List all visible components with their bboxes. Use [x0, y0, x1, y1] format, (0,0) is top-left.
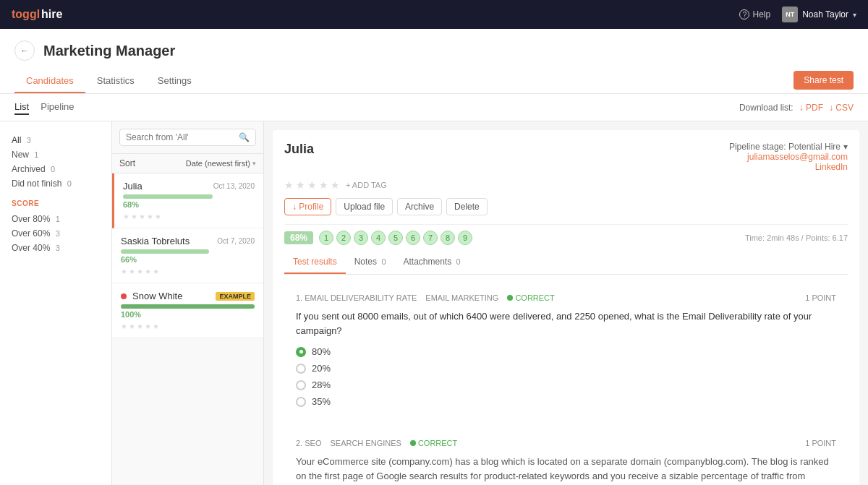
- question-num-5[interactable]: 5: [388, 231, 403, 245]
- correct-badge-2: CORRECT: [410, 439, 457, 447]
- tab-attachments[interactable]: Attachments 0: [395, 251, 469, 274]
- help-button[interactable]: ? Help: [739, 9, 770, 20]
- score-bar: [121, 304, 255, 309]
- sort-dropdown[interactable]: Date (newest first) ▾: [186, 159, 256, 168]
- result-tabs: Test results Notes 0 Attachments 0: [284, 251, 848, 275]
- main-layout: All 3 New 1 Archived 0 Did not finish 0 …: [0, 121, 868, 485]
- filter-over-60[interactable]: Over 60% 3: [12, 226, 100, 241]
- top-navigation: toggl hire ? Help NT Noah Taylor ▾: [0, 0, 868, 29]
- search-container: 🔍: [112, 121, 263, 154]
- candidate-item[interactable]: Julia Oct 13, 2020 68% ★★★★★: [112, 173, 263, 228]
- filter-archived[interactable]: Archived 0: [12, 162, 100, 176]
- download-links: Download list: ↓ PDF ↓ CSV: [739, 103, 854, 113]
- tab-statistics[interactable]: Statistics: [85, 69, 146, 93]
- filter-new[interactable]: New 1: [12, 147, 100, 162]
- hire-brand: hire: [41, 8, 62, 21]
- question-num-4[interactable]: 4: [371, 231, 386, 245]
- question-num-9[interactable]: 9: [458, 231, 472, 245]
- score-row: 68% 1 2 3 4 5 6 7 8 9 Time: 2min 48s / P…: [284, 224, 848, 251]
- add-tag-button[interactable]: + ADD TAG: [346, 181, 387, 189]
- question-num-6[interactable]: 6: [406, 231, 420, 245]
- chevron-down-icon: ▾: [252, 160, 256, 167]
- question-num-2[interactable]: 2: [336, 231, 351, 245]
- tabs-left: Candidates Statistics Settings: [14, 69, 203, 93]
- search-row: 🔍: [119, 129, 256, 146]
- score-bar: [121, 249, 209, 254]
- upload-file-button[interactable]: Upload file: [336, 198, 393, 215]
- sub-navigation: List Pipeline Download list: ↓ PDF ↓ CSV: [0, 94, 868, 121]
- question-num-8[interactable]: 8: [441, 231, 455, 245]
- score-bar: [123, 194, 213, 199]
- question-num-3[interactable]: 3: [354, 231, 368, 245]
- tab-list[interactable]: List: [14, 100, 29, 115]
- search-icon: 🔍: [239, 132, 250, 142]
- tags-row: ★ ★ ★ ★ ★ + ADD TAG: [284, 179, 848, 191]
- status-filters: All 3 New 1 Archived 0 Did not finish 0: [0, 130, 111, 194]
- back-button[interactable]: ←: [14, 40, 35, 61]
- delete-button[interactable]: Delete: [446, 198, 488, 215]
- question-num-1[interactable]: 1: [319, 231, 333, 245]
- linkedin-link[interactable]: LinkedIn: [729, 162, 848, 172]
- candidate-item[interactable]: Snow White EXAMPLE 100% ★★★★★: [112, 283, 263, 338]
- page-title: Marketing Manager: [43, 43, 175, 59]
- topnav-right: ? Help NT Noah Taylor ▾: [739, 7, 856, 22]
- question-number: 1. EMAIL DELIVERABILITY RATE: [296, 293, 417, 302]
- pipeline-stage[interactable]: Pipeline stage: Potential Hire ▾: [729, 142, 848, 152]
- question-topic-2: SEARCH ENGINES: [330, 439, 401, 447]
- candidate-email[interactable]: juliamasselos@gmail.com: [729, 152, 848, 162]
- page-title-row: ← Marketing Manager: [14, 40, 854, 61]
- question-number-2: 2. SEO: [296, 439, 321, 447]
- candidate-item[interactable]: Saskia Tobreluts Oct 7, 2020 66% ★★★★★: [112, 228, 263, 283]
- question-topic: EMAIL MARKETING: [425, 293, 498, 302]
- user-menu[interactable]: NT Noah Taylor ▾: [782, 7, 856, 22]
- radio-empty-icon: [296, 364, 306, 374]
- filter-did-not-finish[interactable]: Did not finish 0: [12, 176, 100, 191]
- question-meta-2: 2. SEO SEARCH ENGINES CORRECT 1 POINT: [296, 439, 836, 447]
- page-header: ← Marketing Manager Candidates Statistic…: [0, 29, 868, 94]
- candidate-name: Julia: [284, 142, 314, 157]
- radio-empty-icon: [296, 380, 306, 390]
- search-input[interactable]: [126, 132, 239, 142]
- detail-panel: Julia Pipeline stage: Potential Hire ▾ j…: [264, 121, 868, 485]
- score-percentage: 68%: [284, 231, 313, 244]
- logo: toggl hire: [12, 8, 62, 21]
- correct-dot-icon: [410, 440, 416, 446]
- share-test-button[interactable]: Share test: [793, 71, 854, 90]
- tab-settings[interactable]: Settings: [146, 69, 203, 93]
- answer-option-2: 20%: [296, 363, 836, 374]
- status-dot: [121, 293, 127, 299]
- filter-over-80[interactable]: Over 80% 1: [12, 212, 100, 226]
- question-card-2: 2. SEO SEARCH ENGINES CORRECT 1 POINT Yo…: [284, 429, 848, 485]
- page-tabs: Candidates Statistics Settings Share tes…: [14, 69, 854, 93]
- radio-correct-icon: [296, 347, 306, 357]
- question-text: If you sent out 8000 emails, out of whic…: [296, 309, 836, 338]
- profile-download-button[interactable]: ↓ Profile: [284, 198, 331, 215]
- question-text-2: Your eCommerce site (company.com) has a …: [296, 455, 836, 485]
- answer-option-4: 35%: [296, 396, 836, 407]
- filter-all[interactable]: All 3: [12, 133, 100, 147]
- candidate-list: 🔍 Sort Date (newest first) ▾ Julia Oct 1…: [112, 121, 264, 485]
- pdf-download[interactable]: ↓ PDF: [799, 103, 823, 113]
- question-points: 1 POINT: [805, 293, 836, 302]
- action-buttons: ↓ Profile Upload file Archive Delete: [284, 198, 848, 215]
- score-section-header: SCORE: [0, 194, 111, 209]
- chevron-down-icon: ▾: [843, 142, 848, 152]
- question-numbers: 1 2 3 4 5 6 7 8 9: [319, 231, 472, 245]
- help-icon: ?: [739, 9, 749, 20]
- question-num-7[interactable]: 7: [423, 231, 438, 245]
- tab-candidates[interactable]: Candidates: [14, 69, 85, 93]
- tab-test-results[interactable]: Test results: [284, 251, 346, 274]
- question-points-2: 1 POINT: [805, 439, 836, 447]
- archive-button[interactable]: Archive: [397, 198, 442, 215]
- candidate-card: Julia Pipeline stage: Potential Hire ▾ j…: [273, 130, 859, 485]
- avatar: NT: [782, 7, 798, 22]
- sort-bar: Sort Date (newest first) ▾: [112, 154, 263, 173]
- tab-pipeline[interactable]: Pipeline: [41, 100, 74, 115]
- score-filters: Over 80% 1 Over 60% 3 Over 40% 3: [0, 209, 111, 258]
- filter-over-40[interactable]: Over 40% 3: [12, 241, 100, 255]
- example-badge: EXAMPLE: [216, 292, 255, 301]
- star-rating: ★ ★ ★ ★ ★: [284, 179, 340, 191]
- csv-download[interactable]: ↓ CSV: [829, 103, 854, 113]
- correct-badge: CORRECT: [507, 293, 554, 302]
- tab-notes[interactable]: Notes 0: [346, 251, 395, 274]
